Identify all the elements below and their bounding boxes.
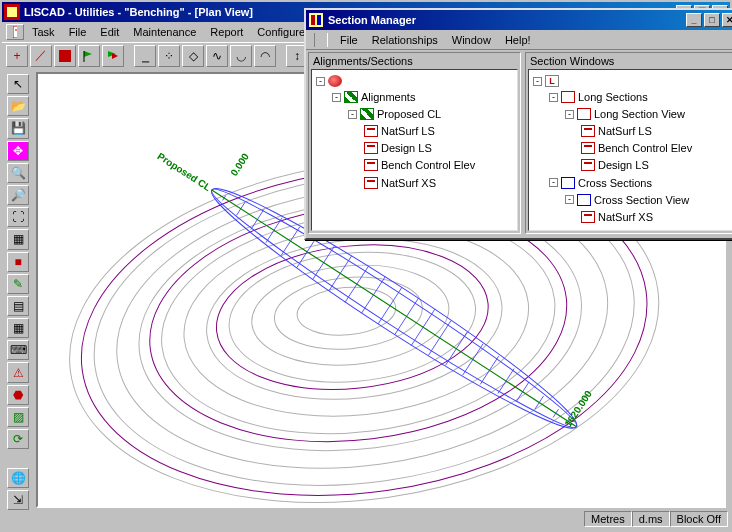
- label-proposed: Proposed CL: [156, 150, 214, 193]
- tool-zoom-out-icon[interactable]: 🔎: [7, 185, 29, 205]
- tree-item[interactable]: NatSurf LS: [598, 123, 652, 139]
- tool-scatter-icon[interactable]: ⁘: [158, 45, 180, 67]
- section-windows-tree[interactable]: -L -Long Sections -Long Section View Nat…: [528, 69, 732, 231]
- tree-item[interactable]: Design LS: [381, 140, 432, 156]
- long-view-icon: [577, 108, 591, 120]
- menu-edit[interactable]: Edit: [94, 24, 125, 40]
- svg-rect-47: [317, 15, 321, 25]
- svg-rect-1: [7, 7, 17, 17]
- tool-folder-icon[interactable]: 📂: [7, 96, 29, 116]
- menu-configure[interactable]: Configure: [251, 24, 311, 40]
- tool-zoom-in-icon[interactable]: 🔍: [7, 163, 29, 183]
- alignments-icon: [344, 91, 358, 103]
- sm-menu-help[interactable]: Help!: [499, 32, 537, 48]
- tree-proposed-cl[interactable]: Proposed CL: [377, 106, 441, 122]
- tool-cursor-icon[interactable]: ↖: [7, 74, 29, 94]
- svg-rect-2: [13, 26, 17, 38]
- tree-toggle[interactable]: -: [549, 178, 558, 187]
- section-icon: [581, 159, 595, 171]
- tool-poly-icon[interactable]: ◇: [182, 45, 204, 67]
- svg-point-13: [224, 242, 481, 392]
- tool-grid-icon[interactable]: ■: [7, 252, 29, 272]
- tree-toggle[interactable]: -: [348, 110, 357, 119]
- alignment-icon: [360, 108, 374, 120]
- svg-rect-4: [59, 50, 71, 62]
- menu-maintenance[interactable]: Maintenance: [127, 24, 202, 40]
- tree-long-view[interactable]: Long Section View: [594, 106, 685, 122]
- sm-menu-relationships[interactable]: Relationships: [366, 32, 444, 48]
- tree-item[interactable]: NatSurf XS: [598, 209, 653, 225]
- section-manager-icon: [308, 12, 324, 28]
- tree-toggle[interactable]: -: [565, 110, 574, 119]
- tool-arc-icon[interactable]: ◡: [230, 45, 252, 67]
- tool-stop-icon[interactable]: [54, 45, 76, 67]
- tool-fit-icon[interactable]: ⛶: [7, 207, 29, 227]
- tree-toggle[interactable]: -: [549, 93, 558, 102]
- menu-file[interactable]: File: [63, 24, 93, 40]
- tree-toggle[interactable]: -: [332, 93, 341, 102]
- label-chainage-start: 0.000: [228, 151, 251, 178]
- section-icon: [581, 142, 595, 154]
- tree-cross-sections[interactable]: Cross Sections: [578, 175, 652, 191]
- tree-toggle[interactable]: -: [565, 195, 574, 204]
- tree-item[interactable]: NatSurf LS: [381, 123, 435, 139]
- alignments-tree[interactable]: - -Alignments -Proposed CL NatSurf LS De…: [311, 69, 518, 231]
- tool-report-icon[interactable]: ▤: [7, 296, 29, 316]
- status-units[interactable]: Metres: [584, 511, 632, 527]
- tool-move-icon[interactable]: ✥: [7, 141, 29, 161]
- sm-maximize-button[interactable]: □: [704, 13, 720, 27]
- tool-hatch-icon[interactable]: ▨: [7, 407, 29, 427]
- tool-pan-icon[interactable]: ▦: [7, 229, 29, 249]
- tool-link-icon[interactable]: ⎯: [134, 45, 156, 67]
- svg-rect-46: [311, 15, 315, 25]
- tool-pencil-icon[interactable]: ✎: [7, 274, 29, 294]
- main-title: LISCAD - Utilities - "Benching" - [Plan …: [24, 6, 253, 18]
- tool-curve-icon[interactable]: ∿: [206, 45, 228, 67]
- tool-plus-icon[interactable]: +: [6, 45, 28, 67]
- section-manager-title: Section Manager: [328, 14, 416, 26]
- sm-menu-file[interactable]: File: [334, 32, 364, 48]
- app-icon: [4, 4, 20, 20]
- section-windows-panel: Section Windows -L -Long Sections -Long …: [525, 52, 732, 234]
- sm-close-button[interactable]: ✕: [722, 13, 732, 27]
- statusbar: Metres d.ms Block Off: [4, 510, 728, 528]
- tool-flag-red-icon[interactable]: [102, 45, 124, 67]
- sm-menu-window[interactable]: Window: [446, 32, 497, 48]
- section-icon: [364, 125, 378, 137]
- svg-point-14: [248, 257, 454, 373]
- sm-minimize-button[interactable]: _: [686, 13, 702, 27]
- tree-alignments[interactable]: Alignments: [361, 89, 415, 105]
- section-icon: [364, 142, 378, 154]
- tool-keyboard-icon[interactable]: ⌨: [7, 340, 29, 360]
- section-manager-window: Section Manager _ □ ✕ File Relationships…: [304, 8, 732, 240]
- tool-line-icon[interactable]: ／: [30, 45, 52, 67]
- tool-world-icon[interactable]: 🌐: [7, 468, 29, 488]
- tool-flag-green-icon[interactable]: [78, 45, 100, 67]
- tree-cross-view[interactable]: Cross Section View: [594, 192, 689, 208]
- tree-item[interactable]: Design LS: [598, 157, 649, 173]
- tree-item[interactable]: Bench Control Elev: [598, 140, 692, 156]
- tool-refresh-icon[interactable]: ⟳: [7, 429, 29, 449]
- status-block[interactable]: Block Off: [670, 511, 728, 527]
- doc-icon: [6, 24, 24, 40]
- menu-report[interactable]: Report: [204, 24, 249, 40]
- status-angle[interactable]: d.ms: [632, 511, 670, 527]
- tree-toggle[interactable]: -: [316, 77, 325, 86]
- tool-calc-icon[interactable]: ▦: [7, 318, 29, 338]
- liscad-icon: L: [545, 75, 559, 87]
- tool-export-icon[interactable]: ⇲: [7, 490, 29, 510]
- section-icon: [581, 211, 595, 223]
- tree-long-sections[interactable]: Long Sections: [578, 89, 648, 105]
- tool-warn-icon[interactable]: ⚠: [7, 362, 29, 382]
- cross-sections-icon: [561, 177, 575, 189]
- alignments-panel: Alignments/Sections - -Alignments -Propo…: [308, 52, 521, 234]
- section-manager-titlebar[interactable]: Section Manager _ □ ✕: [306, 10, 732, 30]
- tool-stop2-icon[interactable]: ⬣: [7, 385, 29, 405]
- menu-task[interactable]: Task: [26, 24, 61, 40]
- tree-toggle[interactable]: -: [533, 77, 542, 86]
- tool-save-icon[interactable]: 💾: [7, 118, 29, 138]
- svg-point-16: [295, 283, 398, 339]
- tool-semi-icon[interactable]: ◠: [254, 45, 276, 67]
- tree-item[interactable]: Bench Control Elev: [381, 157, 475, 173]
- tree-item[interactable]: NatSurf XS: [381, 175, 436, 191]
